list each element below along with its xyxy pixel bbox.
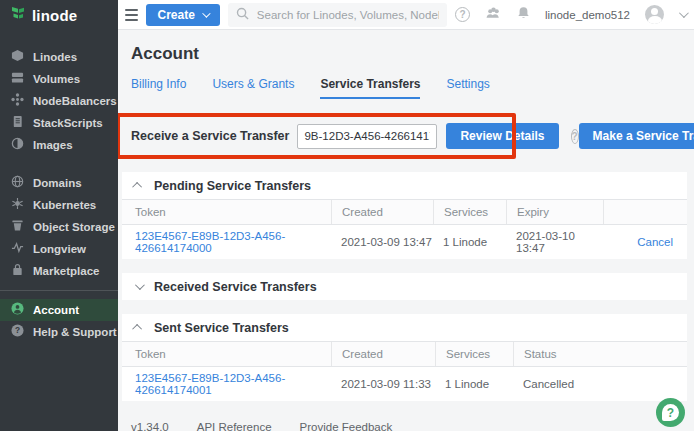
kubernetes-helm-icon — [11, 196, 24, 214]
receive-transfer-label: Receive a Service Transfer — [131, 129, 289, 143]
marketplace-bag-icon — [11, 262, 24, 280]
main-content: Account Billing Info Users & Grants Serv… — [118, 30, 694, 431]
col-created: Created — [331, 200, 433, 224]
col-actions — [603, 200, 687, 224]
receive-transfer-section: Receive a Service Transfer Review Detail… — [122, 114, 687, 158]
images-disc-icon — [11, 136, 24, 154]
volumes-disks-icon — [11, 70, 24, 88]
col-token: Token — [122, 200, 331, 224]
sidebar-nav: Linodes Volumes NodeBalancers StackScrip… — [0, 30, 118, 343]
sidebar-item-longview[interactable]: Longview — [0, 238, 118, 260]
linode-logo[interactable]: linode — [0, 0, 118, 30]
sent-table-header: Token Created Services Status — [122, 341, 687, 367]
col-expiry: Expiry — [506, 200, 603, 224]
col-services: Services — [435, 342, 513, 366]
search-input[interactable] — [257, 9, 439, 21]
support-help-bubble-button[interactable]: ? — [656, 398, 685, 427]
longview-pulse-icon — [11, 240, 24, 258]
sent-table-row: 123E4567-E89B-12D3-A456-426614174001 202… — [122, 367, 687, 401]
create-button[interactable]: Create — [146, 4, 220, 26]
pending-transfers-panel: Pending Service Transfers Token Created … — [122, 172, 687, 259]
help-question-icon: ? — [11, 323, 24, 341]
sent-created: 2021-03-09 11:33 — [331, 378, 435, 390]
object-storage-bucket-icon — [11, 218, 24, 236]
review-details-button[interactable]: Review Details — [446, 123, 558, 149]
linode-logo-icon — [10, 5, 26, 25]
collapse-chevron-icon — [132, 182, 142, 192]
received-transfers-header[interactable]: Received Service Transfers — [122, 273, 687, 300]
tab-settings[interactable]: Settings — [446, 77, 489, 99]
col-token: Token — [122, 342, 331, 366]
pending-table-row: 123E4567-E89B-12D3-A456-426614174000 202… — [122, 225, 687, 259]
sidebar-item-volumes[interactable]: Volumes — [0, 68, 118, 90]
community-people-icon[interactable] — [485, 6, 502, 24]
version-link[interactable]: v1.34.0 — [131, 421, 169, 431]
linodes-cube-icon — [11, 48, 24, 66]
sidebar-item-nodebalancers[interactable]: NodeBalancers — [0, 90, 118, 112]
chevron-down-icon — [202, 9, 210, 17]
question-mark-icon: ? — [662, 404, 679, 421]
sent-services: 1 Linode — [435, 378, 513, 390]
search-icon — [236, 6, 249, 24]
cancel-transfer-link[interactable]: Cancel — [637, 236, 673, 248]
page-title: Account — [131, 44, 687, 64]
pending-token-link[interactable]: 123E4567-E89B-12D3-A456-426614174000 — [135, 230, 285, 254]
domains-globe-icon — [11, 174, 24, 192]
tab-service-transfers[interactable]: Service Transfers — [320, 77, 420, 99]
sent-transfers-header[interactable]: Sent Service Transfers — [122, 314, 687, 341]
user-avatar[interactable] — [645, 5, 664, 24]
svg-text:?: ? — [15, 325, 20, 335]
sidebar-item-object-storage[interactable]: Object Storage — [0, 216, 118, 238]
sidebar-item-kubernetes[interactable]: Kubernetes — [0, 194, 118, 216]
username[interactable]: linode_demo512 — [545, 9, 630, 21]
footer: v1.34.0 API Reference Provide Feedback — [131, 421, 687, 431]
sidebar-item-marketplace[interactable]: Marketplace — [0, 260, 118, 282]
brand-name: linode — [32, 7, 77, 24]
sent-transfers-panel: Sent Service Transfers Token Created Ser… — [122, 314, 687, 401]
sidebar-divider — [0, 290, 118, 291]
pending-table-header: Token Created Services Expiry — [122, 199, 687, 225]
account-person-icon — [11, 301, 24, 319]
global-search[interactable] — [228, 3, 447, 27]
nodebalancers-nodes-icon — [11, 92, 24, 110]
help-circle-icon[interactable]: ? — [455, 7, 470, 22]
transfer-token-input[interactable] — [297, 124, 437, 149]
user-menu-chevron-icon[interactable] — [679, 8, 689, 18]
topbar: Create ? linode_demo512 — [118, 0, 694, 30]
sent-status: Cancelled — [513, 378, 687, 390]
sidebar-item-stackscripts[interactable]: StackScripts — [0, 112, 118, 134]
col-created: Created — [331, 342, 435, 366]
pending-transfers-header[interactable]: Pending Service Transfers — [122, 172, 687, 199]
sidebar-item-linodes[interactable]: Linodes — [0, 46, 118, 68]
sidebar-item-domains[interactable]: Domains — [0, 172, 118, 194]
menu-hamburger-icon[interactable] — [125, 9, 138, 21]
stackscripts-script-icon — [11, 114, 24, 132]
pending-expiry: 2021-03-10 13:47 — [506, 230, 603, 254]
received-transfers-panel: Received Service Transfers — [122, 273, 687, 300]
col-status: Status — [513, 342, 687, 366]
pending-created: 2021-03-09 13:47 — [331, 236, 433, 248]
collapse-chevron-icon — [132, 324, 142, 334]
sidebar: linode Linodes Volumes NodeBalancers Sta… — [0, 0, 118, 431]
provide-feedback-link[interactable]: Provide Feedback — [300, 421, 393, 431]
make-service-transfer-button[interactable]: Make a Service Transfer — [579, 123, 694, 149]
account-tabs: Billing Info Users & Grants Service Tran… — [131, 77, 687, 99]
api-reference-link[interactable]: API Reference — [197, 421, 272, 431]
col-services: Services — [433, 200, 506, 224]
notifications-bell-icon[interactable] — [517, 6, 530, 24]
pending-services: 1 Linode — [433, 236, 506, 248]
tab-billing-info[interactable]: Billing Info — [131, 77, 186, 99]
sent-token-link[interactable]: 123E4567-E89B-12D3-A456-426614174001 — [135, 372, 285, 396]
tab-users-grants[interactable]: Users & Grants — [212, 77, 294, 99]
expand-chevron-icon — [135, 280, 145, 290]
sidebar-item-help-support[interactable]: ? Help & Support — [0, 321, 118, 343]
sidebar-item-images[interactable]: Images — [0, 134, 118, 156]
sidebar-item-account[interactable]: Account — [0, 299, 118, 321]
transfer-help-icon[interactable]: ? — [571, 129, 579, 144]
